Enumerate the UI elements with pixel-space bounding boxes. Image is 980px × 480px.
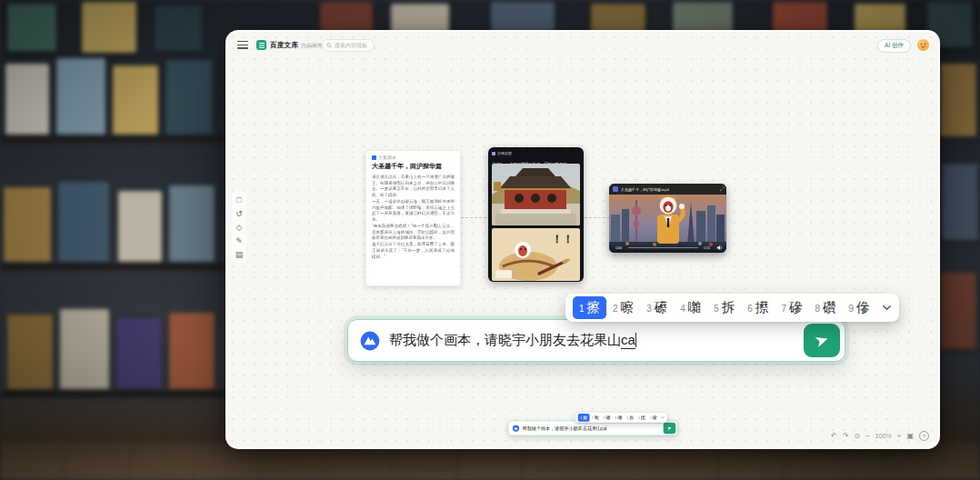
ai-assistant-logo-icon: [513, 425, 519, 431]
storyboard-caption: 分镜2：一个猴王模样的生灵，沉睡了数百年…: [492, 162, 571, 164]
select-tool-icon[interactable]: □: [236, 195, 241, 205]
ime-candidate-6[interactable]: 6攃: [741, 296, 775, 319]
book-cover: [56, 58, 105, 135]
book-cover: [118, 191, 162, 262]
search-placeholder: 搜索内容模板: [335, 42, 367, 50]
ime-candidate-2[interactable]: 2嚓: [590, 414, 602, 422]
text-card-label: 文案脚本: [378, 155, 396, 160]
chevron-down-icon[interactable]: [882, 303, 892, 313]
book-spine: [155, 5, 202, 51]
speaker-icon[interactable]: [716, 245, 723, 251]
exclaim-annotation: ！！: [552, 233, 574, 245]
ime-candidate-6[interactable]: 6攃: [636, 414, 648, 422]
redo-button[interactable]: ↷: [843, 432, 849, 441]
storyboard-card[interactable]: 分镜画面 分镜2：一个猴王模样的生灵，沉睡了数百年…: [488, 147, 584, 282]
ai-input-bar: 帮我做个画本，请晓宇小朋友去花果山ca: [508, 421, 677, 435]
book-cover: [4, 187, 51, 262]
ai-prompt-input[interactable]: 帮我做个画本，请晓宇小朋友去花果山ca: [347, 319, 845, 362]
video-controls: 0:00 0:15: [609, 243, 726, 253]
search-input[interactable]: 搜索内容模板: [322, 39, 375, 52]
undo-button[interactable]: ↶: [831, 432, 837, 441]
video-titlebar: 大圣越千年，回沪探华篇.mp4 ⤢: [609, 184, 726, 195]
story-text-card[interactable]: 文案脚本 大圣越千年，回沪探华篇 很久很久以前，花果山上有一只神通广大的猴王。他…: [365, 150, 461, 286]
ime-candidate-5[interactable]: 5拆: [625, 414, 636, 422]
send-button[interactable]: [804, 324, 840, 357]
workspace-label: 自由画布: [301, 42, 323, 50]
ime-candidate-4[interactable]: 4囃: [613, 414, 625, 422]
shape-tool-icon[interactable]: ◇: [236, 223, 243, 232]
ime-candidate-1[interactable]: 1擦: [578, 414, 590, 422]
storyboard-image-monkey: ！！: [492, 228, 580, 281]
ai-input-bar-magnified: 帮我做个画本，请晓宇小朋友去花果山ca: [347, 319, 845, 362]
book-spine: [82, 2, 136, 53]
storyboard-image-temple: [492, 164, 580, 225]
video-time-current: 0:00: [615, 246, 622, 250]
avatar-face-icon: [917, 39, 929, 51]
storyboard-icon: [492, 152, 495, 155]
user-avatar[interactable]: [916, 38, 930, 52]
book-cover: [116, 318, 162, 389]
shelf-board: [0, 264, 227, 271]
topbar: 百度文库 自由画布 搜索内容模板 AI 创作: [227, 32, 938, 59]
canvas-toolbar: □ ↺ ◇ ✎ ▤: [232, 192, 246, 263]
book-cover: [58, 182, 109, 262]
shelf-board: [0, 391, 227, 398]
fit-view-button[interactable]: ▣: [906, 432, 914, 441]
ime-composing-text: ca: [621, 332, 635, 349]
hamburger-menu-icon[interactable]: [237, 41, 248, 49]
book-cover: [5, 64, 49, 135]
book-cover: [940, 64, 976, 136]
ime-candidate-7[interactable]: 7磣: [775, 296, 808, 319]
text-caret: [635, 333, 637, 347]
ime-candidate-1[interactable]: 1擦: [573, 296, 606, 319]
ime-candidate-3[interactable]: 3礤: [640, 296, 674, 319]
zoom-out-button[interactable]: −: [865, 432, 870, 441]
text-caret: [606, 425, 607, 430]
app-name: 百度文库: [270, 41, 298, 50]
ai-create-label: AI 创作: [885, 42, 904, 50]
book-cover: [165, 60, 213, 135]
ai-prompt-input[interactable]: 帮我做个画本，请晓宇小朋友去花果山ca: [508, 421, 677, 435]
video-progress-bar[interactable]: [628, 247, 699, 249]
document-icon: [372, 155, 376, 160]
undo-tool-icon[interactable]: ↺: [235, 209, 243, 218]
ime-candidate-bar-magnified: 1擦 2嚓 3礤 4囃 5拆 6攃 7磣 8礸 9傪: [565, 294, 899, 322]
help-button[interactable]: ?: [919, 431, 929, 441]
app-window: 百度文库 自由画布 搜索内容模板 AI 创作 □ ↺ ◇ ✎ ▤: [225, 30, 940, 449]
send-button[interactable]: [664, 423, 676, 435]
book-cover: [942, 164, 978, 240]
ime-candidate-9[interactable]: 9傪: [843, 296, 876, 319]
pen-tool-icon[interactable]: ✎: [235, 236, 243, 245]
ai-assistant-logo-icon: [360, 331, 380, 351]
prompt-text[interactable]: 帮我做个画本，请晓宇小朋友去花果山ca: [523, 425, 661, 431]
ime-candidate-5[interactable]: 5拆: [707, 296, 741, 319]
shelf-board: [0, 136, 227, 144]
locate-button[interactable]: ⊙: [854, 432, 860, 441]
expand-icon[interactable]: ⤢: [720, 186, 725, 193]
app-logo-icon: [256, 40, 266, 50]
book-cover: [60, 309, 109, 389]
video-filename: 大圣越千年，回沪探华篇.mp4: [621, 186, 669, 192]
book-cover: [7, 315, 53, 389]
book-spine: [491, 2, 555, 33]
ime-candidate-2[interactable]: 2嚓: [606, 296, 640, 319]
notes-tool-icon[interactable]: ▤: [235, 250, 244, 259]
book-cover: [169, 313, 215, 389]
ime-candidate-4[interactable]: 4囃: [674, 296, 707, 319]
video-file-icon: [613, 186, 618, 192]
ime-candidate-3[interactable]: 3礤: [601, 414, 613, 422]
paper-plane-icon: [815, 333, 830, 348]
book-cover: [940, 273, 976, 349]
zoom-in-button[interactable]: +: [897, 432, 902, 441]
zoom-level: 100%: [875, 432, 892, 441]
canvas-zoom-controls: ↶ ↷ ⊙ − 100% + ▣ ?: [831, 431, 929, 441]
chevron-down-icon[interactable]: [661, 415, 665, 419]
ai-create-button[interactable]: AI 创作: [877, 39, 911, 53]
video-card[interactable]: 大圣越千年，回沪探华篇.mp4 ⤢: [609, 184, 726, 253]
story-body: 很久很久以前，花果山上有一只神通广大的猴王。他随唐僧西行归来之后，便在山中沉沉睡…: [372, 174, 455, 260]
ime-candidate-7[interactable]: 7磣: [647, 414, 659, 422]
story-title: 大圣越千年，回沪探华篇: [372, 162, 455, 171]
prompt-text[interactable]: 帮我做个画本，请晓宇小朋友去花果山ca: [389, 332, 795, 349]
book-spine: [7, 4, 56, 51]
ime-candidate-8[interactable]: 8礸: [808, 296, 842, 319]
